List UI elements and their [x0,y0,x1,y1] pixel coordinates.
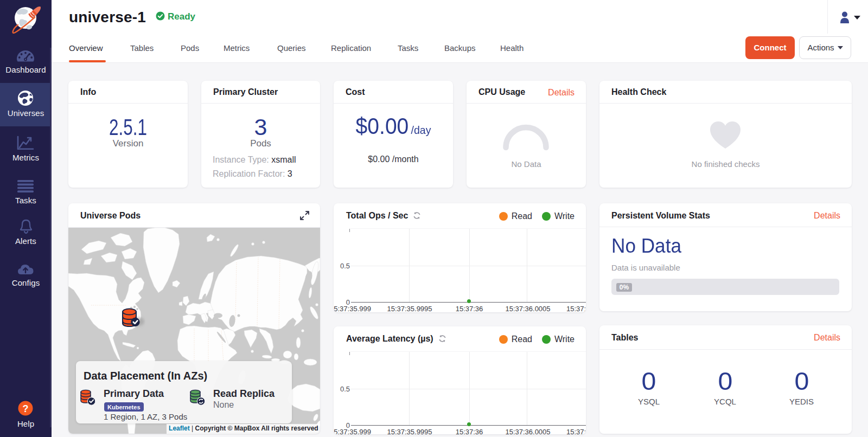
svg-text:?: ? [23,403,29,414]
